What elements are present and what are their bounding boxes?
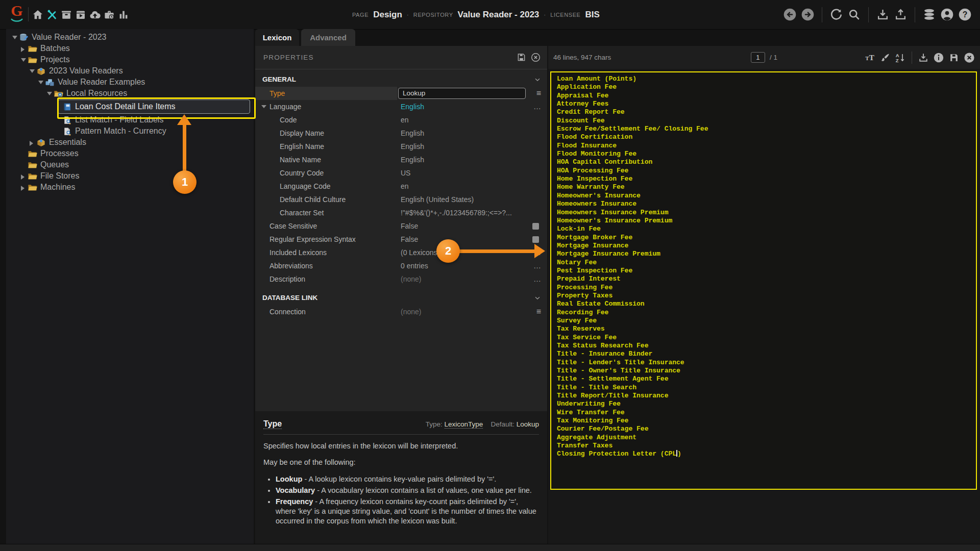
- chevron-right-icon[interactable]: [21, 174, 24, 180]
- chevron-down-icon[interactable]: [12, 36, 17, 39]
- menu-icon[interactable]: ≡: [536, 305, 541, 318]
- format-icon[interactable]: [879, 52, 891, 63]
- property-row[interactable]: Case SensitiveFalse: [255, 219, 547, 233]
- chevron-down-icon[interactable]: [261, 105, 266, 108]
- property-row[interactable]: TypeLookup≡: [255, 87, 547, 100]
- property-row[interactable]: Abbreviations0 entries…: [255, 259, 547, 272]
- upload-icon[interactable]: [894, 8, 908, 21]
- property-row[interactable]: LanguageEnglish…: [255, 100, 547, 113]
- property-row[interactable]: Native NameEnglish: [255, 153, 547, 166]
- tree-item[interactable]: Queues: [6, 159, 254, 170]
- tree-item[interactable]: Batches: [6, 43, 254, 54]
- chevron-down-icon[interactable]: [38, 81, 43, 84]
- property-value[interactable]: False: [401, 233, 418, 246]
- page-number-input[interactable]: 1: [751, 52, 765, 63]
- property-value[interactable]: 0 entries: [401, 259, 428, 272]
- checkbox[interactable]: [532, 236, 539, 243]
- chevron-right-icon[interactable]: [21, 47, 24, 52]
- ellipsis-icon[interactable]: …: [533, 259, 541, 272]
- font-size-icon[interactable]: TT: [864, 52, 875, 63]
- tree-item[interactable]: Projects: [6, 54, 254, 65]
- package-icon: [36, 138, 46, 147]
- tree-item[interactable]: Processes: [6, 148, 254, 159]
- checkbox[interactable]: [532, 223, 539, 230]
- stats-icon[interactable]: [117, 9, 130, 21]
- property-value[interactable]: English: [401, 140, 424, 153]
- property-value[interactable]: (0 Lexicons): [401, 246, 439, 259]
- tree-item[interactable]: 2023 Value Readers: [6, 65, 254, 77]
- grooper-logo[interactable]: G: [8, 3, 26, 26]
- property-value[interactable]: False: [401, 219, 418, 233]
- chevron-down-icon[interactable]: [21, 58, 26, 62]
- info-icon[interactable]: [933, 52, 944, 63]
- help-icon[interactable]: ?: [958, 8, 972, 21]
- ellipsis-icon[interactable]: …: [533, 100, 541, 113]
- download-icon[interactable]: [918, 52, 929, 63]
- property-row[interactable]: English NameEnglish: [255, 140, 547, 153]
- tree-item[interactable]: File Stores: [6, 170, 254, 182]
- close-outline-icon[interactable]: [530, 52, 541, 63]
- property-value[interactable]: US: [401, 166, 410, 180]
- tab-lexicon[interactable]: Lexicon: [255, 29, 299, 46]
- property-row[interactable]: Default Child CultureEnglish (United Sta…: [255, 193, 547, 206]
- page-value[interactable]: Design: [373, 10, 402, 20]
- chevron-down-icon[interactable]: [534, 77, 541, 83]
- ellipsis-icon[interactable]: …: [533, 272, 541, 286]
- property-row[interactable]: Character Set!"#$%&'()*+,-./0123456789:;…: [255, 206, 547, 219]
- tree-item[interactable]: Essentials: [6, 137, 254, 148]
- home-icon[interactable]: [32, 9, 44, 21]
- property-row[interactable]: Regular Expression SyntaxFalse: [255, 233, 547, 246]
- property-value-input[interactable]: Lookup: [398, 88, 526, 99]
- design-tools-icon[interactable]: [46, 9, 58, 21]
- tree-item[interactable]: Pattern Match - Currency: [6, 126, 254, 137]
- tree-item[interactable]: Machines: [6, 182, 254, 193]
- menu-icon[interactable]: ≡: [536, 87, 541, 100]
- repository-value[interactable]: Value Reader - 2023: [458, 10, 540, 20]
- save-outline-icon[interactable]: [516, 52, 527, 63]
- connections-icon[interactable]: [922, 8, 936, 21]
- next-page-icon[interactable]: [782, 53, 792, 62]
- first-page-icon[interactable]: [722, 53, 732, 62]
- save-icon[interactable]: [948, 52, 960, 63]
- previous-page-icon[interactable]: [737, 53, 746, 62]
- nav-back-icon[interactable]: [783, 8, 797, 21]
- property-row[interactable]: Display NameEnglish: [255, 127, 547, 140]
- licensee-value[interactable]: BIS: [585, 10, 600, 20]
- tasks-icon[interactable]: [103, 9, 115, 21]
- close-icon[interactable]: [964, 52, 975, 63]
- imports-icon[interactable]: [89, 9, 101, 21]
- property-value[interactable]: !"#$%&'()*+,-./0123456789:;<=>?...: [401, 206, 512, 219]
- property-value[interactable]: English: [401, 153, 424, 166]
- jobs-icon[interactable]: [75, 9, 87, 21]
- property-value[interactable]: English: [401, 100, 424, 113]
- property-value[interactable]: English: [401, 127, 424, 140]
- lexicon-text-area[interactable]: Loan Amount (Points)Application FeeAppra…: [550, 71, 977, 490]
- user-icon[interactable]: [940, 8, 954, 21]
- tab-advanced[interactable]: Advanced: [301, 29, 355, 46]
- property-value[interactable]: en: [401, 180, 409, 193]
- help-type-value[interactable]: LexiconType: [445, 420, 483, 429]
- property-row[interactable]: Description(none)…: [255, 272, 547, 286]
- nav-forward-icon[interactable]: [801, 8, 815, 21]
- property-value[interactable]: (none): [401, 272, 421, 286]
- chevron-down-icon[interactable]: [534, 295, 541, 301]
- property-row[interactable]: Connection(none)≡: [255, 305, 547, 318]
- property-row[interactable]: Language Codeen: [255, 180, 547, 193]
- chevron-right-icon[interactable]: [30, 141, 33, 146]
- property-value[interactable]: en: [401, 113, 409, 127]
- property-value[interactable]: (none): [401, 305, 421, 318]
- batches-icon[interactable]: [60, 9, 72, 21]
- search-icon[interactable]: [847, 8, 861, 21]
- tree-item[interactable]: Value Reader - 2023: [6, 32, 254, 43]
- chevron-right-icon[interactable]: [21, 186, 24, 191]
- sort-icon[interactable]: AZ: [895, 52, 906, 63]
- chevron-down-icon[interactable]: [30, 69, 35, 73]
- chevron-down-icon[interactable]: [47, 92, 52, 95]
- download-icon[interactable]: [876, 8, 890, 21]
- property-row[interactable]: Codeen: [255, 113, 547, 127]
- property-value[interactable]: English (United States): [401, 193, 474, 206]
- refresh-icon[interactable]: [829, 8, 843, 21]
- tree-item[interactable]: Value Reader Examples: [6, 77, 254, 88]
- property-row[interactable]: Country CodeUS: [255, 166, 547, 180]
- last-page-icon[interactable]: [796, 53, 806, 62]
